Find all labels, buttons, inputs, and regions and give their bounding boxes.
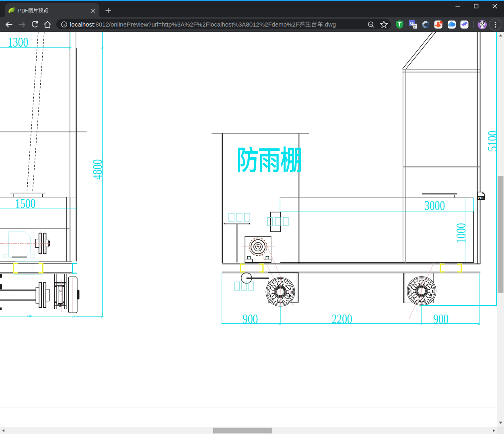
svg-text:1300: 1300 (8, 35, 28, 49)
svg-text:PDF: PDF (478, 196, 484, 200)
svg-text:1500: 1500 (15, 195, 35, 210)
svg-text:1000: 1000 (453, 223, 468, 244)
svg-text:2200: 2200 (332, 311, 352, 326)
svg-text:文: 文 (413, 25, 416, 29)
svg-text:localhost:8012/onlinePreview?u: localhost:8012/onlinePreview?url=http%3A… (70, 21, 299, 28)
svg-text:1385: 1385 (27, 314, 32, 318)
svg-text:900: 900 (243, 311, 258, 326)
svg-text:3000: 3000 (424, 198, 445, 213)
svg-text:PDF: PDF (18, 8, 28, 14)
svg-text:4800: 4800 (90, 159, 105, 180)
svg-text:900: 900 (433, 311, 448, 326)
svg-text:.dwg: .dwg (323, 21, 336, 28)
